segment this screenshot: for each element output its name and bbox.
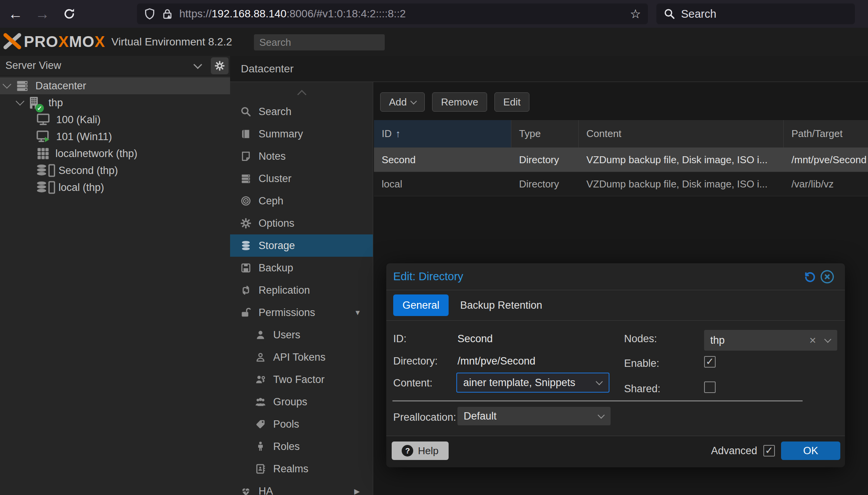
view-selector-bar: Server View <box>0 56 230 76</box>
chevron-down-icon[interactable] <box>596 378 603 385</box>
tree-item-vm-101[interactable]: 101 (Win11) <box>0 128 230 145</box>
table-row-second[interactable]: Second Directory VZDump backup file, Dis… <box>374 148 868 172</box>
shield-icon[interactable] <box>143 7 156 20</box>
tree-item-label: 101 (Win11) <box>56 131 112 143</box>
app-search-box[interactable] <box>254 34 385 50</box>
advanced-checkbox[interactable] <box>763 445 775 457</box>
app-search-input[interactable] <box>254 36 376 49</box>
dialog-footer: ? Help Advanced OK <box>386 436 845 467</box>
tag-icon <box>254 418 267 430</box>
dialog-tab-bar: General Backup Retention <box>386 290 845 321</box>
forward-icon[interactable]: → <box>31 0 54 28</box>
column-header-id[interactable]: ID↑ <box>374 120 511 148</box>
url-path: :8006/#v1:0:18:4:2::::8::2 <box>287 8 406 20</box>
column-header-content[interactable]: Content <box>579 120 784 148</box>
nav-item-replication[interactable]: Replication <box>230 279 373 301</box>
remove-button-label: Remove <box>441 96 478 108</box>
person-icon <box>254 441 267 452</box>
tree-item-localnetwork[interactable]: localnetwork (thp) <box>0 145 230 162</box>
nav-item-realms[interactable]: Realms <box>230 458 373 480</box>
dialog-header[interactable]: Edit: Directory <box>386 263 845 290</box>
back-icon[interactable]: ← <box>4 0 27 28</box>
nodes-combobox[interactable]: thp × <box>704 330 837 351</box>
reset-icon[interactable] <box>802 270 816 285</box>
caret-right-icon: ▶ <box>354 487 360 495</box>
column-header-type[interactable]: Type <box>511 120 579 148</box>
help-button[interactable]: ? Help <box>392 441 449 460</box>
nav-item-label: Notes <box>259 151 286 162</box>
nav-item-label: Permissions <box>259 307 315 319</box>
advanced-label: Advanced <box>711 445 757 457</box>
column-header-path[interactable]: Path/Target <box>784 120 868 148</box>
datacenter-icon <box>15 79 30 93</box>
sdn-network-icon <box>36 147 50 161</box>
page-title: Datacenter <box>241 63 294 75</box>
nav-item-search[interactable]: Search <box>230 100 373 123</box>
view-selector-value: Server View <box>0 60 61 72</box>
ok-button[interactable]: OK <box>781 441 840 460</box>
tree-item-storage-local[interactable]: local (thp) <box>0 179 230 196</box>
cell-id: local <box>374 172 511 196</box>
sort-asc-icon: ↑ <box>396 128 401 140</box>
nav-item-label: Options <box>259 217 294 229</box>
nav-item-permissions[interactable]: Permissions ▾ <box>230 301 373 324</box>
nodes-value: thp <box>704 334 725 346</box>
nav-item-backup[interactable]: Backup <box>230 257 373 279</box>
add-button[interactable]: Add <box>380 92 425 112</box>
nav-item-label: Storage <box>259 240 295 252</box>
nav-item-groups[interactable]: Groups <box>230 391 373 413</box>
nav-item-summary[interactable]: Summary <box>230 123 373 145</box>
remove-button[interactable]: Remove <box>432 92 487 112</box>
view-selector-dropdown[interactable]: Server View <box>0 56 211 75</box>
bookmark-star-icon[interactable]: ☆ <box>630 7 641 21</box>
nav-item-ceph[interactable]: Ceph <box>230 190 373 212</box>
expander-icon[interactable] <box>3 80 12 89</box>
nav-item-roles[interactable]: Roles <box>230 435 373 458</box>
tree-item-datacenter[interactable]: Datacenter <box>0 77 230 94</box>
tree-item-label: local (thp) <box>58 182 104 194</box>
tab-backup-retention[interactable]: Backup Retention <box>460 299 542 311</box>
nav-item-options[interactable]: Options <box>230 212 373 234</box>
nav-item-label: API Tokens <box>273 351 326 363</box>
clear-icon[interactable]: × <box>809 334 816 347</box>
enable-checkbox[interactable] <box>704 356 716 368</box>
tree-item-vm-100[interactable]: 100 (Kali) <box>0 111 230 128</box>
tree-settings-button[interactable] <box>211 57 229 74</box>
browser-search-input[interactable] <box>680 7 828 21</box>
shared-checkbox[interactable] <box>704 381 716 393</box>
storage-table: ID↑ Type Content Path/Target Second Dire… <box>374 120 868 196</box>
nav-item-notes[interactable]: Notes <box>230 145 373 167</box>
reload-icon[interactable] <box>58 0 81 28</box>
content-label: Content: <box>393 377 432 389</box>
expander-icon[interactable] <box>16 97 25 106</box>
edit-button[interactable]: Edit <box>494 92 529 112</box>
browser-search-box[interactable] <box>656 3 855 24</box>
tab-general[interactable]: General <box>393 294 449 316</box>
nav-item-cluster[interactable]: Cluster <box>230 167 373 190</box>
nav-item-api-tokens[interactable]: API Tokens <box>230 346 373 368</box>
nav-item-ha[interactable]: HA ▶ <box>230 480 373 495</box>
edit-directory-dialog: Edit: Directory General Backup Retention… <box>386 263 845 467</box>
url-host: 192.168.88.140 <box>212 8 287 20</box>
nav-item-label: Two Factor <box>273 374 325 386</box>
nav-item-storage[interactable]: Storage <box>230 234 373 257</box>
table-header-row: ID↑ Type Content Path/Target <box>374 120 868 148</box>
tree-item-storage-second[interactable]: Second (thp) <box>0 162 230 179</box>
url-bar[interactable]: https://192.168.88.140:8006/#v1:0:18:4:2… <box>137 3 648 24</box>
nav-item-users[interactable]: Users <box>230 324 373 346</box>
lock-warning-icon[interactable] <box>161 7 174 20</box>
nav-item-pools[interactable]: Pools <box>230 413 373 435</box>
chevron-down-icon[interactable] <box>598 411 604 418</box>
nav-item-label: Users <box>273 329 300 341</box>
tree-item-label: Datacenter <box>35 80 86 92</box>
preallocation-combobox[interactable]: Default <box>457 407 611 425</box>
group-icon <box>254 396 267 408</box>
tree-item-node-thp[interactable]: ✓ thp <box>0 94 230 111</box>
nav-item-two-factor[interactable]: Two Factor <box>230 368 373 391</box>
table-row-local[interactable]: local Directory VZDump backup file, Disk… <box>374 172 868 196</box>
chevron-down-icon[interactable] <box>824 336 831 343</box>
close-icon[interactable] <box>820 269 835 286</box>
content-combobox[interactable]: ainer template, Snippets <box>456 373 609 393</box>
storage-icon <box>36 180 56 195</box>
dialog-form: ID: Second Nodes: thp × Directory: /mnt/… <box>386 321 845 436</box>
